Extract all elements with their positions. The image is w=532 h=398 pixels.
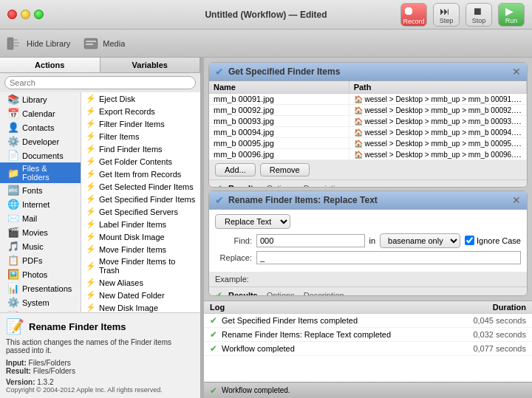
result-tab-description-1[interactable]: Description — [301, 183, 347, 188]
title-bar: Untitled (Workflow) — Edited ⏺ Record ⏭ … — [0, 0, 532, 30]
library-item-presentations[interactable]: 📊Presentations — [0, 281, 81, 295]
maximize-button[interactable] — [34, 10, 44, 19]
library-icon-system: ⚙️ — [7, 297, 19, 308]
ignore-case-checkbox[interactable] — [465, 236, 474, 245]
info-description: This action changes the names of the Fin… — [6, 338, 194, 354]
library-icon-documents: 📄 — [7, 150, 19, 161]
result-check-1: ✔ — [215, 183, 222, 188]
result-tab-description-2[interactable]: Description — [301, 290, 347, 296]
library-item-music[interactable]: 🎵Music — [0, 239, 81, 253]
table-row[interactable]: mm_b 00091.jpg🏠 wessel > Desktop > mmb_u… — [209, 94, 527, 105]
replace-input[interactable] — [256, 251, 521, 264]
step-button[interactable]: ⏭ Step — [433, 3, 460, 27]
main-container: Actions Variables 📚Library📅Calendar👤Cont… — [0, 58, 532, 398]
action-item-label-finder-items[interactable]: ⚡Label Finder Items — [81, 218, 200, 230]
media-label: Media — [103, 39, 125, 48]
library-icon-mail: ✉️ — [7, 213, 19, 224]
library-item-movies[interactable]: 🎬Movies — [0, 225, 81, 239]
log-check-icon: ✔ — [210, 343, 217, 354]
svg-rect-0 — [7, 38, 13, 49]
action-item-get-folder-contents[interactable]: ⚡Get Folder Contents — [81, 155, 200, 168]
library-icon-developer: ⚙️ — [7, 136, 19, 147]
result-tab-options-2[interactable]: Options — [264, 290, 298, 296]
replace-label: Replace: — [215, 253, 252, 262]
library-item-contacts[interactable]: 👤Contacts — [0, 120, 81, 134]
action-block-get-finder-items: ✔ Get Specified Finder Items ✕ Name Path… — [208, 62, 528, 188]
find-input[interactable] — [256, 234, 365, 247]
library-list: 📚Library📅Calendar👤Contacts⚙️Developer📄Do… — [0, 92, 81, 312]
minimize-button[interactable] — [21, 10, 30, 19]
action-header-2: ✔ Rename Finder Items: Replace Text ✕ — [209, 191, 527, 210]
action-item-new-dated-folder[interactable]: ⚡New Dated Folder — [81, 289, 200, 301]
result-tab-options-1[interactable]: Options — [264, 183, 298, 188]
library-item-developer[interactable]: ⚙️Developer — [0, 134, 81, 148]
action-item-get-item-from-records[interactable]: ⚡Get Item from Records — [81, 168, 200, 180]
action-item-get-selected-finder-items[interactable]: ⚡Get Selected Finder Items — [81, 180, 200, 193]
tabs: Actions Variables — [0, 58, 200, 73]
run-button[interactable]: ▶ Run — [498, 3, 525, 27]
media-icon — [82, 35, 100, 52]
table-row[interactable]: mm_b 00092.jpg🏠 wessel > Desktop > mmb_u… — [209, 105, 527, 116]
action-item-new-disk-image[interactable]: ⚡New Disk Image — [81, 301, 200, 312]
result-tab-results-1[interactable]: Results — [225, 183, 261, 188]
log-check-icon: ✔ — [210, 329, 217, 340]
action-item-get-specified-finder-items[interactable]: ⚡Get Specified Finder Items — [81, 193, 200, 205]
action-item-new-aliases[interactable]: ⚡New Aliases — [81, 276, 200, 289]
library-item-photos[interactable]: 🖼️Photos — [0, 267, 81, 281]
table-row[interactable]: mm_b 00093.jpg🏠 wessel > Desktop > mmb_u… — [209, 116, 527, 127]
action-item-mount-disk-image[interactable]: ⚡Mount Disk Image — [81, 230, 200, 243]
library-item-fonts[interactable]: 🔤Fonts — [0, 183, 81, 197]
tab-actions[interactable]: Actions — [0, 58, 100, 72]
library-item-pdfs[interactable]: 📋PDFs — [0, 253, 81, 267]
action-item-get-specified-servers[interactable]: ⚡Get Specified Servers — [81, 205, 200, 218]
media-button[interactable]: Media — [82, 35, 125, 52]
action-item-move-finder-items[interactable]: ⚡Move Finder Items — [81, 243, 200, 255]
search-input[interactable] — [4, 76, 196, 89]
add-button[interactable]: Add... — [215, 163, 256, 176]
log-row: ✔Rename Finder Items: Replace Text compl… — [204, 328, 532, 342]
library-item-system[interactable]: ⚙️System — [0, 295, 81, 309]
library-item-mail[interactable]: ✉️Mail — [0, 211, 81, 225]
library-item-library[interactable]: 📚Library — [0, 92, 81, 106]
info-copyright: Copyright © 2004-2012 Apple Inc. All rig… — [6, 386, 194, 394]
action-item-move-finder-items-to-trash[interactable]: ⚡Move Finder Items to Trash — [81, 255, 200, 276]
table-row[interactable]: mm_b 00094.jpg🏠 wessel > Desktop > mmb_u… — [209, 127, 527, 138]
find-row: Find: in basename only Ignore Case — [215, 233, 521, 248]
in-dropdown[interactable]: basename only — [380, 233, 460, 248]
library-item-documents[interactable]: 📄Documents — [0, 148, 81, 162]
tab-variables[interactable]: Variables — [100, 58, 201, 72]
finder-table-container: Name Path mm_b 00091.jpg🏠 wessel > Deskt… — [209, 81, 527, 160]
action-close-2[interactable]: ✕ — [512, 194, 521, 206]
hide-library-label: Hide Library — [27, 39, 70, 48]
table-row[interactable]: mm_b 00096.jpg🏠 wessel > Desktop > mmb_u… — [209, 149, 527, 160]
action-item-filter-items[interactable]: ⚡Filter Items — [81, 130, 200, 143]
close-button[interactable] — [7, 10, 17, 19]
library-item-internet[interactable]: 🌐Internet — [0, 197, 81, 211]
action-close-1[interactable]: ✕ — [512, 66, 521, 78]
library-icon-library: 📚 — [7, 94, 19, 105]
hide-library-button[interactable]: Hide Library — [6, 35, 70, 52]
svg-rect-3 — [14, 45, 18, 47]
library-item-calendar[interactable]: 📅Calendar — [0, 106, 81, 120]
rename-type-dropdown[interactable]: Replace Text — [215, 214, 290, 229]
result-tab-results-2[interactable]: Results — [225, 290, 261, 296]
library-icon-internet: 🌐 — [7, 199, 19, 210]
library-item-files-folders[interactable]: 📁Files & Folders — [0, 162, 81, 183]
log-col-label: Log — [210, 303, 452, 312]
status-icon: ✔ — [210, 385, 217, 396]
action-item-eject-disk[interactable]: ⚡Eject Disk — [81, 92, 200, 105]
library-icon-contacts: 👤 — [7, 122, 19, 133]
stop-button[interactable]: ⏹ Stop — [466, 3, 492, 27]
action-item-filter-finder-items[interactable]: ⚡Filter Finder Items — [81, 117, 200, 130]
example-row: Example: — [209, 272, 527, 287]
remove-button[interactable]: Remove — [260, 163, 310, 176]
log-rows: ✔Get Specified Finder Items completed0,0… — [204, 314, 532, 356]
status-text: Workflow completed. — [222, 386, 290, 394]
record-button[interactable]: ⏺ Record — [400, 3, 427, 27]
action-item-find-finder-items[interactable]: ⚡Find Finder Items — [81, 143, 200, 155]
table-row[interactable]: mm_b 00095.jpg🏠 wessel > Desktop > mmb_u… — [209, 138, 527, 149]
action-item-export-records[interactable]: ⚡Export Records — [81, 105, 200, 117]
log-header: Log Duration — [204, 301, 532, 314]
replace-row: Replace: — [215, 251, 521, 264]
status-bar: ✔ Workflow completed. — [204, 382, 532, 398]
